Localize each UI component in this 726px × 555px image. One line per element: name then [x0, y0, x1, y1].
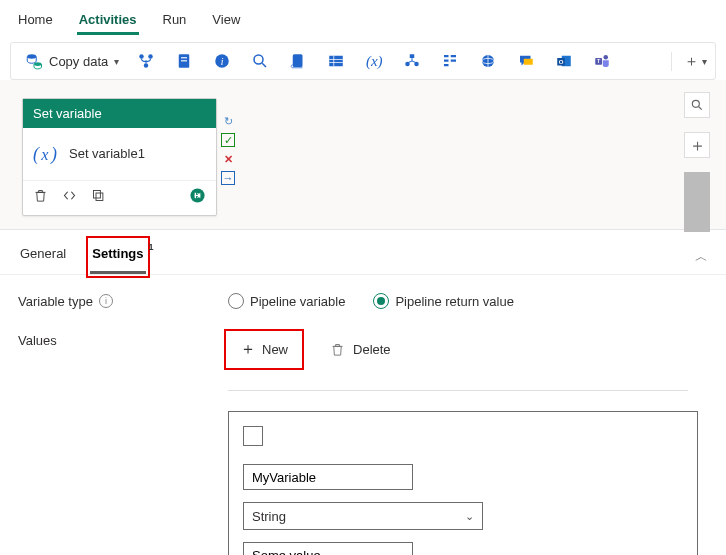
value-type-selected: String — [252, 509, 286, 524]
divider — [228, 390, 688, 391]
chevron-down-icon: ▾ — [114, 56, 119, 67]
branch-icon[interactable] — [137, 52, 155, 70]
tab-activities[interactable]: Activities — [77, 8, 139, 33]
variable-icon: ( x ) — [33, 140, 59, 166]
values-label: Values — [18, 333, 57, 348]
main-tabs: Home Activities Run View — [0, 0, 726, 34]
database-icon — [25, 52, 43, 70]
radio-pipeline-return-value-label: Pipeline return value — [395, 294, 514, 309]
svg-point-0 — [27, 54, 36, 59]
svg-rect-19 — [410, 54, 415, 58]
property-tabs-row: General Settings 1 ︿ — [0, 230, 726, 275]
tab-view[interactable]: View — [210, 8, 242, 33]
value-value-input[interactable] — [243, 542, 413, 555]
value-name-input[interactable] — [243, 464, 413, 490]
outlook-icon[interactable]: O — [555, 52, 573, 70]
canvas-search-button[interactable] — [684, 92, 710, 118]
svg-text:i: i — [221, 56, 224, 67]
run-icon[interactable] — [189, 187, 206, 207]
code-icon[interactable] — [62, 188, 77, 206]
delete-icon[interactable] — [33, 188, 48, 206]
fail-connector-icon[interactable]: ✕ — [221, 152, 235, 166]
script-icon[interactable] — [289, 52, 307, 70]
svg-text:O: O — [559, 59, 564, 65]
copy-data-button[interactable]: Copy data ▾ — [19, 49, 125, 73]
fx-icon[interactable]: (x) — [365, 52, 383, 70]
prop-tab-settings-label: Settings — [92, 246, 143, 261]
svg-rect-24 — [451, 60, 456, 62]
svg-line-11 — [263, 63, 267, 67]
delete-button-label: Delete — [353, 342, 391, 357]
skip-connector-icon[interactable]: → — [221, 171, 235, 185]
globe-icon[interactable] — [479, 52, 497, 70]
canvas-controls: ＋ — [684, 92, 710, 232]
new-button-label: New — [262, 342, 288, 357]
notebook-icon[interactable] — [175, 52, 193, 70]
toolbar-end: ＋ ▾ — [671, 52, 707, 71]
svg-rect-12 — [293, 54, 303, 67]
properties-body: Variable type i Pipeline variable Pipeli… — [0, 275, 726, 555]
collapse-panel-button[interactable]: ︿ — [695, 248, 708, 266]
value-checkbox[interactable] — [243, 426, 263, 446]
svg-point-41 — [692, 100, 699, 107]
radio-pipeline-variable[interactable]: Pipeline variable — [228, 293, 345, 309]
svg-rect-13 — [330, 56, 344, 67]
svg-rect-28 — [524, 59, 533, 65]
radio-pipeline-variable-label: Pipeline variable — [250, 294, 345, 309]
svg-point-10 — [254, 55, 263, 64]
info-icon[interactable]: i — [213, 52, 231, 70]
svg-text:(: ( — [33, 144, 40, 165]
variable-type-radio-group: Pipeline variable Pipeline return value — [228, 293, 514, 309]
svg-text:x: x — [40, 146, 49, 164]
svg-rect-21 — [444, 60, 449, 62]
teams-icon[interactable]: T — [593, 52, 611, 70]
tab-run[interactable]: Run — [161, 8, 189, 33]
add-button[interactable]: ＋ ▾ — [684, 52, 707, 71]
info-icon[interactable]: i — [99, 294, 113, 308]
svg-point-2 — [140, 54, 145, 59]
dataflow-icon[interactable] — [403, 52, 421, 70]
svg-rect-39 — [94, 191, 101, 199]
success-connector-icon[interactable]: ✓ — [221, 133, 235, 147]
settings-badge: 1 — [149, 242, 154, 252]
svg-rect-20 — [444, 55, 449, 57]
card-instance-name: Set variable1 — [69, 146, 145, 161]
svg-point-1 — [34, 62, 42, 66]
form-icon[interactable] — [441, 52, 459, 70]
toolbar: Copy data ▾ i (x) — [10, 42, 716, 80]
set-variable-card[interactable]: Set variable ( x ) Set variable1 — [22, 98, 217, 216]
prop-tab-settings[interactable]: Settings 1 — [90, 240, 145, 274]
tab-home[interactable]: Home — [16, 8, 55, 33]
chevron-down-icon: ⌄ — [465, 510, 474, 523]
prop-tab-general[interactable]: General — [18, 240, 68, 274]
trash-icon — [330, 342, 345, 357]
plus-icon: ＋ — [240, 339, 256, 360]
radio-pipeline-return-value[interactable]: Pipeline return value — [373, 293, 514, 309]
svg-point-3 — [149, 54, 154, 59]
plus-icon: ＋ — [684, 52, 699, 71]
variable-type-label: Variable type — [18, 294, 93, 309]
zoom-slider[interactable] — [684, 172, 710, 232]
svg-rect-38 — [96, 193, 103, 201]
card-connectors: ↻ ✓ ✕ → — [221, 114, 235, 185]
svg-line-42 — [699, 107, 702, 110]
loop-icon[interactable]: ↻ — [221, 114, 235, 128]
svg-point-33 — [604, 55, 609, 60]
delete-value-button[interactable]: Delete — [320, 336, 401, 363]
table-icon[interactable] — [327, 52, 345, 70]
chevron-down-icon: ▾ — [702, 56, 707, 67]
card-title: Set variable — [23, 99, 216, 128]
chat-icon[interactable] — [517, 52, 535, 70]
search-icon[interactable] — [251, 52, 269, 70]
value-type-select[interactable]: String ⌄ — [243, 502, 483, 530]
svg-text:): ) — [50, 144, 57, 165]
copy-icon[interactable] — [91, 188, 106, 206]
svg-point-4 — [144, 63, 149, 68]
svg-rect-23 — [451, 55, 456, 57]
new-value-button[interactable]: ＋ New — [228, 333, 300, 366]
svg-rect-7 — [181, 60, 187, 61]
pipeline-canvas[interactable]: Set variable ( x ) Set variable1 — [0, 80, 726, 230]
svg-rect-22 — [444, 64, 449, 66]
canvas-add-button[interactable]: ＋ — [684, 132, 710, 158]
svg-rect-6 — [181, 57, 187, 58]
